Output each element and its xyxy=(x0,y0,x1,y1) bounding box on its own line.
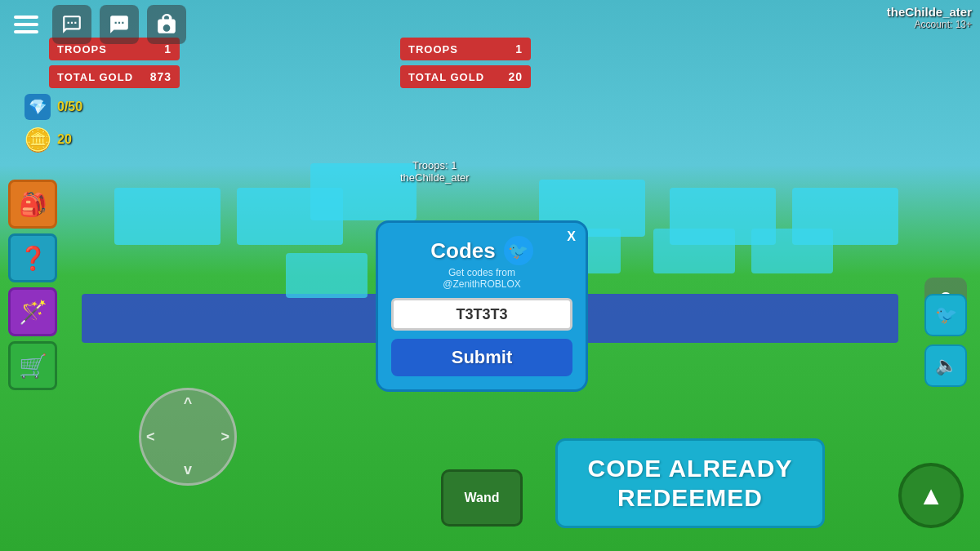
code-input[interactable] xyxy=(391,298,572,331)
hamburger-line xyxy=(14,23,38,26)
player-name: theChilde_ater xyxy=(400,171,470,184)
sidebar-wand-button[interactable]: 🪄 xyxy=(8,287,57,336)
twitter-bird-icon: 🐦 xyxy=(935,304,957,326)
top-hud xyxy=(0,0,980,49)
sidebar: 🎒 ❓ 🪄 🛒 xyxy=(8,180,57,390)
player-troops-label: Troops: 1 xyxy=(400,159,470,171)
gold-label-right: TOTAL GOLD xyxy=(408,71,484,83)
platform-tile xyxy=(653,229,735,273)
question-icon: ❓ xyxy=(19,245,47,272)
platform-tile xyxy=(114,188,220,245)
platform-tile xyxy=(286,253,368,298)
dark-platform xyxy=(82,294,384,343)
joystick[interactable]: ^ v < > xyxy=(139,388,237,486)
modal-subtitle: Get codes from @ZenithROBLOX xyxy=(443,267,521,290)
backpack-icon-button[interactable] xyxy=(147,5,186,44)
platform-tile xyxy=(751,229,833,273)
hamburger-line xyxy=(14,30,38,33)
up-arrow-icon: ▲ xyxy=(918,481,944,511)
account-info: theChilde_ater Account: 13+ xyxy=(887,5,972,30)
joystick-right-arrow: > xyxy=(220,429,229,446)
wand-button[interactable]: Wand xyxy=(441,469,523,527)
submit-button[interactable]: Submit xyxy=(391,339,572,376)
coins-row: 🪙 20 xyxy=(24,127,82,153)
sound-icon: 🔈 xyxy=(935,355,957,376)
hamburger-button[interactable] xyxy=(8,7,44,42)
player-nametag: Troops: 1 theChilde_ater xyxy=(400,159,470,184)
right-buttons: 🐦 🔈 xyxy=(924,294,967,387)
modal-title-row: Codes 🐦 xyxy=(430,236,532,265)
modal-title: Codes xyxy=(430,238,495,264)
backpack-icon xyxy=(156,14,177,35)
speech-bubble-icon-button[interactable] xyxy=(100,5,139,44)
chat-bubble-icon xyxy=(61,14,82,35)
sidebar-bag-button[interactable]: 🎒 xyxy=(8,180,57,229)
sidebar-question-button[interactable]: ❓ xyxy=(8,233,57,282)
modal-close-button[interactable]: X xyxy=(567,229,576,244)
redeemed-banner: CODE ALREADYREDEEMED xyxy=(555,438,825,528)
joystick-outer[interactable]: ^ v < > xyxy=(139,388,237,486)
twitter-icon: 🐦 xyxy=(504,236,533,265)
account-age: Account: 13+ xyxy=(887,19,972,30)
joystick-left-arrow: < xyxy=(146,429,155,446)
cart-icon: 🛒 xyxy=(19,353,47,380)
speech-icon xyxy=(109,14,130,35)
codes-modal: X Codes 🐦 Get codes from @ZenithROBLOX S… xyxy=(376,220,588,392)
hamburger-line xyxy=(14,16,38,19)
wand-icon: 🪄 xyxy=(19,299,47,326)
joystick-up-arrow: ^ xyxy=(184,395,193,412)
gold-bar-right: TOTAL GOLD 20 xyxy=(400,65,531,88)
wand-label: Wand xyxy=(465,491,500,505)
gems-row: 💎 0/50 xyxy=(24,94,82,120)
twitter-button[interactable]: 🐦 xyxy=(924,294,967,336)
redeemed-text: CODE ALREADYREDEEMED xyxy=(588,454,793,513)
coins-value: 20 xyxy=(57,132,72,147)
gold-bar-left: TOTAL GOLD 873 xyxy=(49,65,180,88)
gems-value: 0/50 xyxy=(57,100,82,114)
gold-value-left: 873 xyxy=(150,70,172,83)
resource-panel: 💎 0/50 🪙 20 xyxy=(24,94,82,153)
joystick-down-arrow: v xyxy=(184,461,192,478)
gems-icon: 💎 xyxy=(24,94,51,120)
gold-value-right: 20 xyxy=(508,70,523,83)
bag-icon: 🎒 xyxy=(19,191,47,218)
up-arrow-button[interactable]: ▲ xyxy=(898,463,964,528)
coins-icon: 🪙 xyxy=(24,127,51,153)
gold-label-left: TOTAL GOLD xyxy=(57,71,133,83)
joystick-arrows: ^ v < > xyxy=(141,390,234,483)
chat-icon-button[interactable] xyxy=(52,5,91,44)
sound-button[interactable]: 🔈 xyxy=(924,344,967,387)
sidebar-cart-button[interactable]: 🛒 xyxy=(8,341,57,390)
account-username: theChilde_ater xyxy=(887,5,972,19)
